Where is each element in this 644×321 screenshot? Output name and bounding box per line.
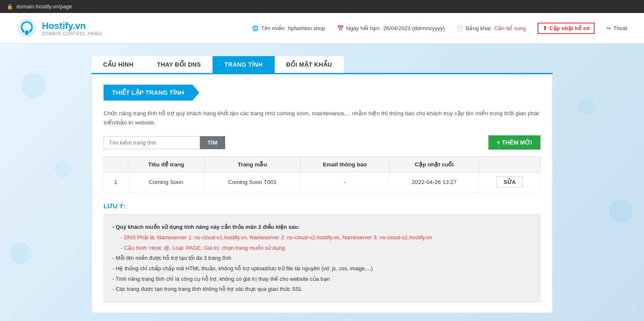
cell-title: Coming Soon [128, 172, 204, 192]
logout-button[interactable]: ↪ Thoát [606, 25, 627, 31]
col-action [479, 157, 540, 172]
expiry-info: 📅 Ngày hết hạn: 26/04/2023 (dd/mm/yyyy) [337, 25, 445, 31]
search-button[interactable]: TÌM [200, 136, 225, 149]
cell-email: - [301, 172, 390, 192]
note-line: - Tính năng trang tĩnh chỉ là công cụ hỗ… [112, 274, 532, 285]
section-header-label: THIẾT LẬP TRANG TĨNH [112, 89, 184, 96]
pages-table: Tiêu đề trang Trang mẫu Email thông báo … [104, 156, 540, 192]
header-info: 🌐 Tên miền: hpfashion.shop 📅 Ngày hết hạ… [252, 23, 627, 34]
note-section: LƯU Ý: - Quý khách muốn sử dụng tính năn… [104, 202, 540, 303]
tab-doi-mat-khau-label: ĐỔI MẬT KHẨU [286, 61, 332, 68]
note-line: - Quý khách muốn sử dụng tính năng này c… [112, 222, 532, 233]
search-row: TÌM + THÊM MỚI [104, 135, 540, 150]
section-description: Chức năng trang tĩnh hỗ trợ quý khách hà… [104, 109, 540, 127]
profile-label: Bảng khai: [466, 25, 492, 31]
tab-trang-tinh-label: TRANG TĨNH [224, 61, 262, 68]
note-line: - Các trang được tạo trong trang tĩnh kh… [112, 284, 532, 295]
lock-icon: 🔒 [7, 4, 13, 10]
add-new-button[interactable]: + THÊM MỚI [488, 135, 540, 150]
table-body: 1 Coming Soon Coming Soon T001 - 2022-04… [104, 172, 540, 192]
note-line: - Hệ thống chỉ chấp chấp mã HTML thuần, … [112, 264, 532, 274]
svg-rect-1 [25, 31, 29, 35]
calendar-icon: 📅 [337, 25, 344, 31]
expiry-label: Ngày hết hạn: [346, 25, 381, 31]
tab-doi-mat-khau[interactable]: ĐỔI MẬT KHẨU [275, 56, 344, 73]
cell-updated: 2022-04-26 13:27 [389, 172, 479, 192]
update-profile-label: Cập nhật hồ sơ [549, 25, 589, 31]
domain-value: hpfashion.shop [288, 25, 325, 31]
col-template: Trang mẫu [204, 157, 300, 172]
profile-value: Cần bổ sung [494, 25, 526, 31]
table-row: 1 Coming Soon Coming Soon T001 - 2022-04… [104, 172, 540, 192]
tab-thay-doi-dns[interactable]: THAY ĐỔI DNS [145, 56, 213, 73]
tab-cau-hinh-label: CẤU HÌNH [103, 61, 133, 68]
update-profile-button[interactable]: ⬆ Cập nhật hồ sơ [538, 23, 595, 34]
note-line: - Cấu hình: Host: @, Loại: PAGE, Giá trị… [112, 243, 532, 254]
main-background: CẤU HÌNH THAY ĐỔI DNS TRANG TĨNH ĐỔI MẬT… [0, 44, 644, 321]
tab-bar: CẤU HÌNH THAY ĐỔI DNS TRANG TĨNH ĐỔI MẬT… [91, 56, 553, 74]
header: Hostify.vn DOMAIN CONTROL PANEL 🌐 Tên mi… [0, 13, 644, 44]
section-box: THIẾT LẬP TRANG TĨNH Chức năng trang tĩn… [91, 74, 553, 313]
globe-icon: 🌐 [252, 25, 259, 31]
cell-action: SỬA [479, 172, 540, 192]
tab-trang-tinh[interactable]: TRANG TĨNH [213, 56, 274, 73]
browser-bar: 🔒 domain.hostify.vn/page [0, 0, 644, 13]
logout-icon: ↪ [606, 25, 611, 31]
main-content: CẤU HÌNH THAY ĐỔI DNS TRANG TĨNH ĐỔI MẬT… [83, 56, 561, 313]
profile-info: 📄 Bảng khai: Cần bổ sung [457, 25, 526, 31]
tab-thay-doi-dns-label: THAY ĐỔI DNS [157, 61, 201, 68]
logo-subtitle: DOMAIN CONTROL PANEL [42, 31, 103, 36]
col-num [104, 157, 128, 172]
browser-url: domain.hostify.vn/page [16, 3, 72, 10]
edit-button[interactable]: SỬA [496, 176, 523, 188]
col-email: Email thông báo [301, 157, 390, 172]
domain-info: 🌐 Tên miền: hpfashion.shop [252, 25, 325, 31]
note-box: - Quý khách muốn sử dụng tính năng này c… [104, 214, 540, 303]
section-header: THIẾT LẬP TRANG TĨNH [104, 85, 199, 101]
note-line: - DNS Phải là: Nameserver 1: ns-cloud-v1… [112, 233, 532, 243]
logo-area: Hostify.vn DOMAIN CONTROL PANEL [17, 18, 103, 38]
doc-icon: 📄 [457, 25, 463, 31]
upload-icon: ⬆ [543, 25, 547, 31]
search-button-label: TÌM [208, 140, 218, 146]
logo-text: Hostify.vn DOMAIN CONTROL PANEL [42, 21, 103, 36]
domain-label: Tên miền: [261, 25, 286, 31]
logo-title: Hostify.vn [42, 21, 103, 31]
note-line: - Mỗi tên miền được hỗ trợ tạo tối đa 3 … [112, 253, 532, 264]
logout-label: Thoát [613, 25, 627, 31]
search-input[interactable] [104, 136, 200, 149]
cell-num: 1 [104, 172, 128, 192]
col-title: Tiêu đề trang [128, 157, 204, 172]
col-updated: Cập nhật cuối [389, 157, 479, 172]
tab-cau-hinh[interactable]: CẤU HÌNH [91, 56, 145, 73]
expiry-value: 26/04/2023 (dd/mm/yyyy) [383, 25, 445, 31]
cell-template: Coming Soon T001 [204, 172, 300, 192]
table-header-row: Tiêu đề trang Trang mẫu Email thông báo … [104, 157, 540, 172]
logo-icon [17, 18, 37, 38]
search-left: TÌM [104, 136, 225, 149]
add-new-label: + THÊM MỚI [497, 139, 532, 146]
note-title: LƯU Ý: [104, 202, 540, 210]
